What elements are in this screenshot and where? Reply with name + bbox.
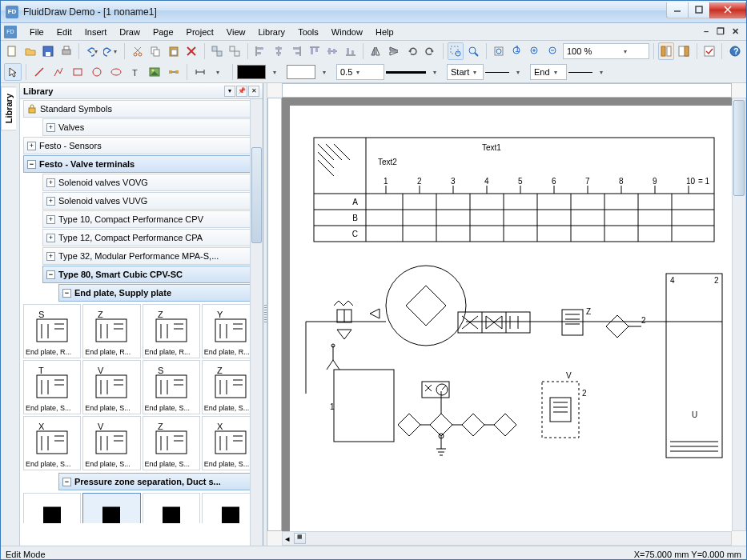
expand-icon[interactable]: −: [62, 289, 71, 298]
stroke-color-drop[interactable]: ▾: [267, 63, 285, 81]
library-item[interactable]: +Festo - Sensors: [23, 137, 259, 154]
flip-v-button[interactable]: [386, 42, 403, 60]
align-right-button[interactable]: [288, 42, 305, 60]
expand-icon[interactable]: +: [46, 215, 55, 224]
zoom-button[interactable]: [465, 42, 482, 60]
symbol-thumb[interactable]: ZEnd plate, S...: [143, 416, 200, 470]
paste-button[interactable]: [165, 42, 182, 60]
fill-color-drop[interactable]: ▾: [317, 63, 335, 81]
expand-icon[interactable]: +: [27, 142, 36, 150]
ellipse-tool[interactable]: [107, 63, 125, 81]
library-item[interactable]: −Pressure zone separation, Duct s...: [58, 473, 259, 490]
connection-tool[interactable]: [165, 63, 183, 81]
expand-icon[interactable]: +: [46, 197, 55, 206]
library-item[interactable]: −End plate, Supply plate: [58, 284, 259, 302]
symbol-thumb[interactable]: VEnd plate, S...: [82, 416, 140, 470]
canvas[interactable]: Text1 Text2 A B C: [282, 98, 732, 531]
help-button[interactable]: ?: [726, 42, 743, 60]
cap-end-combo[interactable]: End▾: [530, 64, 567, 80]
dimension-drop[interactable]: ▾: [211, 63, 228, 81]
toggle-panel-button[interactable]: [676, 42, 693, 60]
symbol-thumb[interactable]: ZEnd plate, R...: [143, 304, 200, 358]
panel-pin-button[interactable]: 📌: [236, 86, 247, 97]
open-button[interactable]: [22, 42, 39, 60]
fill-color-swatch[interactable]: [287, 65, 315, 79]
library-scrollbar[interactable]: [250, 99, 263, 546]
menu-tools[interactable]: Tools: [291, 26, 325, 38]
zoom-fit-button[interactable]: [491, 42, 508, 60]
group-button[interactable]: [209, 42, 226, 60]
panel-menu-button[interactable]: ▾: [224, 86, 235, 97]
expand-icon[interactable]: −: [46, 270, 55, 279]
text-tool[interactable]: T: [127, 63, 144, 81]
linestyle-swatch[interactable]: [386, 65, 426, 79]
symbol-thumb[interactable]: [23, 493, 81, 523]
mdi-minimize-button[interactable]: –: [701, 26, 711, 37]
library-item[interactable]: +Type 32, Modular Performance MPA-S,...: [42, 247, 259, 265]
select-tool[interactable]: [4, 63, 22, 81]
rect-tool[interactable]: [69, 63, 86, 81]
library-item[interactable]: +Type 12, Compact Performance CPA: [42, 229, 259, 246]
expand-icon[interactable]: +: [46, 234, 55, 242]
symbol-thumb[interactable]: ZEnd plate, R...: [82, 304, 140, 358]
canvas-scrollbar-h[interactable]: ◂ ▦: [282, 531, 732, 546]
expand-icon[interactable]: −: [62, 478, 71, 486]
drawing-page[interactable]: Text1 Text2 A B C: [290, 106, 732, 531]
zoom-combo[interactable]: 100 %▾: [563, 43, 649, 59]
dimension-tool[interactable]: [191, 63, 209, 81]
cap-end-drop[interactable]: ▾: [594, 63, 612, 81]
print-button[interactable]: [58, 42, 75, 60]
expand-icon[interactable]: −: [27, 160, 36, 169]
copy-button[interactable]: [147, 42, 164, 60]
library-item[interactable]: +Solenoid valves VUVG: [42, 192, 259, 210]
menu-edit[interactable]: Edit: [50, 26, 78, 38]
menu-window[interactable]: Window: [325, 26, 369, 38]
symbol-thumb[interactable]: [143, 493, 200, 523]
menu-insert[interactable]: Insert: [78, 26, 114, 38]
cap-end-sw[interactable]: [568, 65, 592, 79]
panel-close-button[interactable]: ✕: [248, 86, 259, 97]
mdi-close-button[interactable]: ✕: [730, 26, 740, 37]
zoom-out-button[interactable]: [544, 42, 561, 60]
library-tab[interactable]: Library: [1, 86, 16, 130]
symbol-thumb[interactable]: VEnd plate, S...: [82, 360, 140, 414]
sheet-tab[interactable]: ▦: [294, 533, 306, 544]
flip-h-button[interactable]: [367, 42, 384, 60]
maximize-button[interactable]: [688, 2, 710, 18]
image-tool[interactable]: [146, 63, 163, 81]
cut-button[interactable]: [129, 42, 146, 60]
menu-library[interactable]: Library: [252, 26, 292, 38]
align-bottom-button[interactable]: [343, 42, 359, 60]
library-item[interactable]: +Solenoid valves VOVG: [42, 174, 259, 191]
cap-start-sw[interactable]: [485, 65, 509, 79]
rotate-left-button[interactable]: [404, 42, 420, 60]
library-item[interactable]: −Type 80, Smart Cubic CPV-SC: [42, 266, 259, 283]
zoom-100-button[interactable]: 1: [508, 42, 525, 60]
minimize-button[interactable]: [666, 2, 689, 18]
symbol-thumb[interactable]: TEnd plate, S...: [23, 360, 81, 414]
zoom-in-button[interactable]: [527, 42, 544, 60]
menu-draw[interactable]: Draw: [113, 26, 147, 38]
delete-button[interactable]: [183, 42, 200, 60]
align-top-button[interactable]: [306, 42, 323, 60]
canvas-scrollbar-v[interactable]: [732, 98, 746, 531]
save-button[interactable]: [40, 42, 57, 60]
polyline-tool[interactable]: [50, 63, 67, 81]
rotate-right-button[interactable]: [422, 42, 439, 60]
redo-button[interactable]: ▾: [102, 42, 120, 60]
stroke-color-swatch[interactable]: [237, 65, 266, 79]
line-tool[interactable]: [30, 63, 48, 81]
symbol-thumb[interactable]: XEnd plate, S...: [23, 416, 81, 470]
mdi-restore-button[interactable]: ❐: [716, 26, 725, 37]
linestyle-drop[interactable]: ▾: [428, 63, 445, 81]
cap-start-combo[interactable]: Start▾: [447, 64, 484, 80]
check-button[interactable]: [701, 42, 718, 60]
library-item[interactable]: +Type 10, Compact Performance CPV: [42, 210, 259, 228]
lineweight-combo[interactable]: 0.5▾: [336, 64, 384, 80]
undo-button[interactable]: ▾: [83, 42, 101, 60]
expand-icon[interactable]: +: [46, 252, 55, 261]
library-root[interactable]: Standard Symbols: [23, 100, 259, 118]
circle-tool[interactable]: [88, 63, 106, 81]
library-item[interactable]: −Festo - Valve terminals: [23, 155, 259, 173]
menu-file[interactable]: File: [23, 26, 50, 38]
